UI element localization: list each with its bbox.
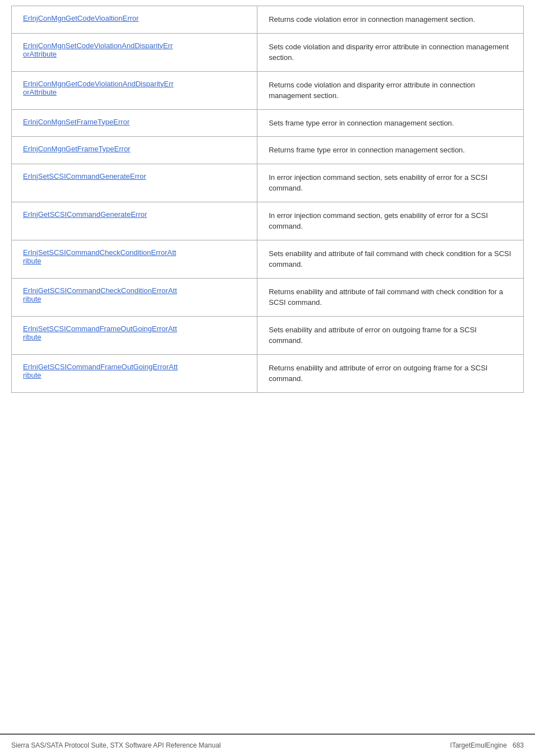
table-row: ErInjGetSCSICommandFrameOutGoingErrorAtt…	[12, 354, 524, 392]
api-desc-cell: Returns frame type error in connection m…	[257, 137, 524, 164]
api-desc-cell: Returns code violation error in connecti…	[257, 6, 524, 34]
api-link-cell: ErInjGetSCSICommandGenerateError	[12, 202, 257, 240]
api-description: Sets enability and attribute of fail com…	[269, 249, 511, 269]
api-description: Returns enability and attribute of fail …	[269, 287, 503, 307]
api-link-cell: ErInjConMgnGetFrameTypeError	[12, 137, 257, 164]
table-row: ErInjGetSCSICommandGenerateError In erro…	[12, 202, 524, 240]
api-desc-cell: Sets enability and attribute of fail com…	[257, 240, 524, 278]
api-link[interactable]: ErInjGetSCSICommandCheckConditionErrorAt…	[23, 286, 177, 303]
api-link-cell: ErInjSetSCSICommandGenerateError	[12, 164, 257, 202]
api-desc-cell: Returns enability and attribute of error…	[257, 354, 524, 392]
api-link-cell: ErInjConMgnGetCodeViolationAndDisparityE…	[12, 71, 257, 109]
api-link-cell: ErInjSetSCSICommandCheckConditionErrorAt…	[12, 240, 257, 278]
api-desc-cell: In error injection command section, sets…	[257, 164, 524, 202]
table-row: ErInjGetSCSICommandCheckConditionErrorAt…	[12, 278, 524, 316]
api-link[interactable]: ErInjGetSCSICommandFrameOutGoingErrorAtt…	[23, 363, 178, 379]
footer-title: Sierra SAS/SATA Protocol Suite, STX Soft…	[11, 741, 221, 749]
api-link-cell: ErInjConMgnSetCodeViolationAndDisparityE…	[12, 33, 257, 71]
api-link-cell: ErInjSetSCSICommandFrameOutGoingErrorAtt…	[12, 316, 257, 354]
main-content: ErInjConMgnGetCodeVioaltionError Returns…	[0, 0, 535, 734]
footer-page-number: 683	[513, 741, 524, 749]
api-desc-cell: In error injection command section, gets…	[257, 202, 524, 240]
api-description: In error injection command section, sets…	[269, 173, 487, 193]
api-link[interactable]: ErInjConMgnGetCodeVioaltionError	[23, 14, 139, 22]
api-link[interactable]: ErInjSetSCSICommandFrameOutGoingErrorAtt…	[23, 324, 177, 341]
api-desc-cell: Sets frame type error in connection mana…	[257, 109, 524, 137]
table-row: ErInjConMgnSetFrameTypeError Sets frame …	[12, 109, 524, 137]
api-link[interactable]: ErInjConMgnSetFrameTypeError	[23, 118, 130, 126]
api-description: Returns code violation error in connecti…	[269, 15, 475, 24]
api-description: Sets code violation and disparity error …	[269, 43, 509, 62]
api-description: Sets enability and attribute of error on…	[269, 326, 477, 345]
table-row: ErInjSetSCSICommandFrameOutGoingErrorAtt…	[12, 316, 524, 354]
api-desc-cell: Sets enability and attribute of error on…	[257, 316, 524, 354]
api-link[interactable]: ErInjConMgnSetCodeViolationAndDisparityE…	[23, 41, 173, 58]
api-description: Returns code violation and disparity err…	[269, 81, 475, 100]
table-row: ErInjConMgnSetCodeViolationAndDisparityE…	[12, 33, 524, 71]
api-description: Returns enability and attribute of error…	[269, 364, 487, 383]
api-link-cell: ErInjGetSCSICommandFrameOutGoingErrorAtt…	[12, 354, 257, 392]
table-row: ErInjConMgnGetCodeVioaltionError Returns…	[12, 6, 524, 34]
api-link-cell: ErInjConMgnSetFrameTypeError	[12, 109, 257, 137]
footer-page-info: ITargetEmulEngine 683	[450, 741, 524, 749]
api-table: ErInjConMgnGetCodeVioaltionError Returns…	[11, 6, 524, 393]
page-footer: Sierra SAS/SATA Protocol Suite, STX Soft…	[0, 734, 535, 756]
api-desc-cell: Returns enability and attribute of fail …	[257, 278, 524, 316]
api-link[interactable]: ErInjConMgnGetFrameTypeError	[23, 145, 130, 153]
footer-section-label: ITargetEmulEngine	[450, 741, 507, 749]
api-desc-cell: Sets code violation and disparity error …	[257, 33, 524, 71]
page-wrapper: ErInjConMgnGetCodeVioaltionError Returns…	[0, 0, 535, 756]
table-row: ErInjSetSCSICommandCheckConditionErrorAt…	[12, 240, 524, 278]
api-link-cell: ErInjConMgnGetCodeVioaltionError	[12, 6, 257, 34]
api-link[interactable]: ErInjSetSCSICommandCheckConditionErrorAt…	[23, 248, 176, 265]
api-desc-cell: Returns code violation and disparity err…	[257, 71, 524, 109]
api-description: Sets frame type error in connection mana…	[269, 119, 454, 127]
api-link[interactable]: ErInjConMgnGetCodeViolationAndDisparityE…	[23, 80, 174, 96]
api-description: Returns frame type error in connection m…	[269, 146, 465, 154]
api-link-cell: ErInjGetSCSICommandCheckConditionErrorAt…	[12, 278, 257, 316]
api-link[interactable]: ErInjGetSCSICommandGenerateError	[23, 210, 147, 219]
table-row: ErInjConMgnGetFrameTypeError Returns fra…	[12, 137, 524, 164]
table-row: ErInjSetSCSICommandGenerateError In erro…	[12, 164, 524, 202]
table-row: ErInjConMgnGetCodeViolationAndDisparityE…	[12, 71, 524, 109]
api-link[interactable]: ErInjSetSCSICommandGenerateError	[23, 172, 146, 180]
api-description: In error injection command section, gets…	[269, 211, 488, 231]
